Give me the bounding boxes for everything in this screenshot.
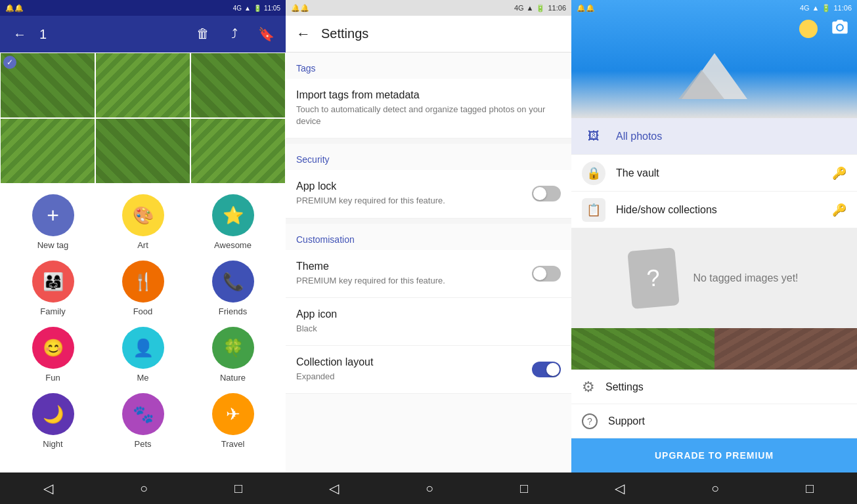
vault-icon: 🔒 [582, 161, 605, 185]
delete-button[interactable]: 🗑 [194, 26, 212, 42]
tag-item-family[interactable]: 👨‍👩‍👧 Family [11, 261, 95, 316]
collection-layout-text: Collection layout Expanded [296, 356, 532, 383]
photo-cell-1[interactable]: ✓ [0, 52, 95, 118]
toggle-knob-app-lock [533, 187, 546, 200]
thumbnail-1 [571, 328, 714, 369]
tag-item-pets[interactable]: 🐾 Pets [100, 393, 185, 449]
share-button[interactable]: ⤴ [225, 26, 244, 42]
tag-circle-awesome: ⭐ [212, 194, 254, 236]
tag-item-awesome[interactable]: ⭐ Awesome [190, 194, 275, 250]
toolbar-panel1: ← 1 🗑 ⤴ 🔖 [0, 16, 286, 52]
status-right: 4G ▲ 🔋 11:06 [514, 4, 566, 12]
upgrade-button[interactable]: UPGRADE TO PREMIUM [571, 438, 857, 472]
collection-layout-toggle[interactable] [532, 362, 561, 377]
support-menu-label: Support [608, 415, 645, 427]
photo-cell-5[interactable] [95, 118, 190, 184]
tags-section-header: Tags [286, 52, 571, 79]
nav-home-panel3[interactable]: ○ [711, 481, 719, 496]
app-lock-subtitle: PREMIUM key required for this feature. [296, 195, 532, 207]
nav-back-panel3[interactable]: ◁ [615, 480, 625, 496]
camera-icon[interactable] [831, 18, 849, 39]
nav-recents-button[interactable]: □ [234, 481, 242, 496]
collection-item-hide-show[interactable]: 📋 Hide/show collections 🔑 [571, 192, 857, 228]
photo-cell-4[interactable] [0, 118, 95, 184]
tag-item-me[interactable]: 👤 Me [100, 327, 185, 383]
nav-home-button[interactable]: ○ [140, 481, 148, 496]
tag-label-fun: Fun [45, 373, 60, 383]
collection-layout-item: Collection layout Expanded [286, 346, 571, 394]
tag-circle-fun: 😊 [32, 327, 74, 369]
panel-tags: 🔔🔔 4G ▲ 🔋 11:05 ← 1 🗑 ⤴ 🔖 ✓ [0, 0, 286, 504]
app-lock-toggle[interactable] [532, 186, 561, 201]
nav-bar-panel2: ◁ ○ □ [286, 472, 571, 504]
tag-item-food[interactable]: 🍴 Food [100, 261, 185, 316]
import-tags-item[interactable]: Import tags from metadata Touch to autom… [286, 79, 571, 138]
nav-bar-panel1: ◁ ○ □ [0, 472, 286, 504]
app-icon-item[interactable]: App icon Black [286, 298, 571, 346]
tag-label-awesome: Awesome [214, 240, 252, 250]
theme-toggle[interactable] [532, 266, 561, 282]
selected-indicator: ✓ [3, 56, 16, 69]
tag-label-pets: Pets [134, 439, 151, 449]
back-button[interactable]: ← [11, 27, 29, 42]
settings-menu-item[interactable]: ⚙ Settings [571, 370, 857, 404]
collections-header: 🔔🔔 4G ▲ 🔋 11:06 [571, 0, 857, 118]
nav-home-panel2[interactable]: ○ [426, 481, 433, 496]
tag-item-friends[interactable]: 📞 Friends [190, 261, 275, 316]
vault-key-icon: 🔑 [832, 166, 846, 180]
all-photos-label: All photos [616, 131, 846, 142]
no-images-text: No tagged images yet! [693, 272, 798, 284]
tag-item-fun[interactable]: 😊 Fun [11, 327, 95, 383]
battery-icon: 🔋 [253, 5, 261, 12]
tag-circle-pets: 🐾 [122, 393, 164, 435]
settings-back-button[interactable]: ← [296, 26, 311, 43]
settings-divider-2 [286, 219, 571, 224]
app-lock-text: App lock PREMIUM key required for this f… [296, 180, 532, 207]
photo-cell-6[interactable] [190, 118, 286, 184]
support-menu-item[interactable]: ? Support [571, 404, 857, 438]
settings-title: Settings [321, 26, 368, 41]
tag-circle-family: 👨‍👩‍👧 [32, 261, 74, 303]
nav-back-button[interactable]: ◁ [43, 480, 53, 496]
photo-grid: ✓ [0, 52, 286, 184]
tag-item-nature[interactable]: 🍀 Nature [190, 327, 275, 383]
toolbar-actions: 🗑 ⤴ 🔖 [194, 26, 275, 42]
collection-item-all-photos[interactable]: 🖼 All photos [571, 118, 857, 155]
tag-item-night[interactable]: 🌙 Night [11, 393, 95, 449]
status-left: 🔔🔔 [291, 4, 309, 12]
toggle-knob-theme [533, 267, 546, 280]
sun-graphic [799, 20, 818, 38]
collection-layout-subtitle: Expanded [296, 371, 532, 383]
status-right-p3: 4G ▲ 🔋 11:06 [800, 4, 852, 12]
status-bar-panel2: 🔔🔔 4G ▲ 🔋 11:06 [286, 0, 571, 16]
photo-cell-3[interactable] [190, 52, 286, 118]
panel-collections: 🔔🔔 4G ▲ 🔋 11:06 🖼 [571, 0, 857, 504]
signal-panel2: ▲ [527, 4, 534, 12]
bookmark-button[interactable]: 🔖 [257, 26, 275, 42]
collections-list: 🖼 All photos 🔒 The vault 🔑 📋 Hide/show c… [571, 118, 857, 369]
customisation-section-header: Customisation [286, 224, 571, 250]
settings-menu-label: Settings [605, 381, 644, 393]
nav-recents-panel3[interactable]: □ [806, 481, 814, 496]
photo-thumbnails [571, 328, 857, 369]
settings-gear-icon: ⚙ [582, 379, 595, 396]
tag-label-friends: Friends [219, 306, 247, 316]
tag-item-new-tag[interactable]: + New tag [11, 194, 95, 250]
tag-item-art[interactable]: 🎨 Art [100, 194, 185, 250]
tag-circle-food: 🍴 [122, 261, 164, 303]
collection-item-vault[interactable]: 🔒 The vault 🔑 [571, 155, 857, 192]
signal-icon: ▲ [244, 5, 251, 12]
time-panel3: 11:06 [833, 4, 852, 12]
app-lock-item: App lock PREMIUM key required for this f… [286, 170, 571, 218]
tag-item-travel[interactable]: ✈ Travel [190, 393, 275, 449]
tag-circle-travel: ✈ [212, 393, 254, 435]
app-lock-title: App lock [296, 180, 532, 192]
nav-bar-panel3: ◁ ○ □ [571, 472, 857, 504]
nav-recents-panel2[interactable]: □ [520, 481, 528, 496]
tag-circle-art: 🎨 [122, 194, 164, 236]
app-lock-row: App lock PREMIUM key required for this f… [296, 180, 561, 207]
theme-subtitle: PREMIUM key required for this feature. [296, 275, 532, 287]
status-bar-panel1: 🔔🔔 4G ▲ 🔋 11:05 [0, 0, 286, 16]
photo-cell-2[interactable] [95, 52, 190, 118]
nav-back-panel2[interactable]: ◁ [329, 480, 339, 496]
